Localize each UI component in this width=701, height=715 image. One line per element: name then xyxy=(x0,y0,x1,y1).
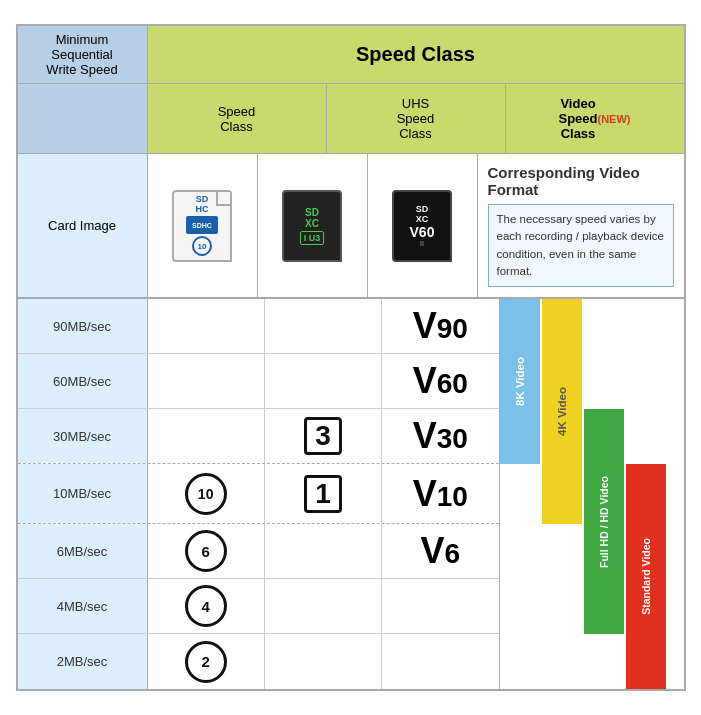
cell-video-2 xyxy=(382,634,498,689)
sd-card-white: SDHC SDHC 10 xyxy=(172,190,232,262)
v10-icon: V10 xyxy=(413,473,468,515)
data-cols-left: 90MB/sec V90 60MB/sec V60 30MB/sec xyxy=(18,299,499,689)
uhs-badge: I U3 xyxy=(300,231,325,245)
col-header-uhs: UHSSpeedClass xyxy=(327,84,506,154)
v90-icon: V90 xyxy=(413,305,468,347)
v60-icon: V60 xyxy=(413,360,468,402)
row-60mbps: 60MB/sec V60 xyxy=(18,354,499,409)
bar-8k: 8K Video xyxy=(500,299,540,464)
cell-uhs-6 xyxy=(265,524,382,578)
speed-label-90: 90MB/sec xyxy=(18,299,148,353)
speed-label-30: 30MB/sec xyxy=(18,409,148,463)
sdxc-v60-logo: SDXC xyxy=(416,204,429,224)
cell-uhs-60 xyxy=(265,354,382,408)
cell-speed-class-4: 4 xyxy=(148,579,265,633)
class-10-circle: 10 xyxy=(185,473,227,515)
bar-standard-label: Standard Video xyxy=(640,538,652,615)
cell-speed-class-6: 6 xyxy=(148,524,265,578)
uhs2-label: II xyxy=(420,240,424,247)
cell-speed-class-2: 2 xyxy=(148,634,265,689)
new-label: (NEW) xyxy=(598,113,631,125)
data-area: 90MB/sec V90 60MB/sec V60 30MB/sec xyxy=(18,298,684,689)
cell-uhs-30: 3 xyxy=(265,409,382,463)
corner-spacer xyxy=(18,84,148,154)
video-bars-area: 8K Video 4K Video Full HD / HD Video Sta… xyxy=(499,299,684,689)
bar-fullhd: Full HD / HD Video xyxy=(584,409,624,634)
sd-card-black: SDXC I U3 xyxy=(282,190,342,262)
cell-video-90: V90 xyxy=(382,299,498,353)
card-video-speed: SDXC V60 II xyxy=(368,154,478,297)
col-header-speed-class: SpeedClass xyxy=(148,84,327,154)
sdhc-logo: SDHC xyxy=(196,195,209,215)
row-6mbps: 6MB/sec 6 V6 xyxy=(18,524,499,579)
row-30mbps: 30MB/sec 3 V30 xyxy=(18,409,499,464)
video-format-cell: Corresponding Video Format The necessary… xyxy=(478,154,684,297)
video-format-title: Corresponding Video Format xyxy=(488,164,674,198)
cell-speed-class-30 xyxy=(148,409,265,463)
row-2mbps: 2MB/sec 2 xyxy=(18,634,499,689)
card-speed-class: SDHC SDHC 10 xyxy=(148,154,258,297)
speed-label-4: 4MB/sec xyxy=(18,579,148,633)
cell-video-10: V10 xyxy=(382,464,498,523)
v6-icon: V6 xyxy=(421,530,461,572)
class-6-circle: 6 xyxy=(185,530,227,572)
class-4-circle: 4 xyxy=(185,585,227,627)
card-uhs: SDXC I U3 xyxy=(258,154,368,297)
cell-uhs-4 xyxy=(265,579,382,633)
cell-uhs-90 xyxy=(265,299,382,353)
sd-blue-bar: SDHC xyxy=(186,216,218,234)
bar-standard: Standard Video xyxy=(626,464,666,689)
cell-video-30: V30 xyxy=(382,409,498,463)
card-image-label: Card Image xyxy=(18,154,148,297)
main-table: MinimumSequentialWrite Speed Speed Class… xyxy=(16,24,686,691)
cell-uhs-10: 1 xyxy=(265,464,382,523)
row-90mbps: 90MB/sec V90 xyxy=(18,299,499,354)
speed-label-10: 10MB/sec xyxy=(18,464,148,523)
class10-badge: 10 xyxy=(192,236,212,256)
uhs-1-icon: 1 xyxy=(304,475,342,513)
v30-icon: V30 xyxy=(413,415,468,457)
speed-label-2: 2MB/sec xyxy=(18,634,148,689)
sd-card-dark: SDXC V60 II xyxy=(392,190,452,262)
cell-speed-class-90 xyxy=(148,299,265,353)
cell-video-6: V6 xyxy=(382,524,498,578)
class-2-circle: 2 xyxy=(185,641,227,683)
cell-uhs-2 xyxy=(265,634,382,689)
video-format-desc: The necessary speed varies by each recor… xyxy=(488,204,674,287)
speed-label-6: 6MB/sec xyxy=(18,524,148,578)
col-header-video-speed: VideoSpeedClass(NEW) xyxy=(506,84,684,154)
bar-8k-label: 8K Video xyxy=(514,357,526,406)
speed-label-60: 60MB/sec xyxy=(18,354,148,408)
header-sub-row: SpeedClass UHSSpeedClass VideoSpeedClass… xyxy=(18,84,684,154)
cell-speed-class-10: 10 xyxy=(148,464,265,523)
bar-4k: 4K Video xyxy=(542,299,582,524)
corner-label: MinimumSequentialWrite Speed xyxy=(18,26,148,84)
cell-video-4 xyxy=(382,579,498,633)
bar-fullhd-label: Full HD / HD Video xyxy=(598,476,610,568)
sdxc-logo: SDXC xyxy=(305,207,319,229)
header-top-row: MinimumSequentialWrite Speed Speed Class xyxy=(18,26,684,84)
cell-speed-class-60 xyxy=(148,354,265,408)
speed-class-header: Speed Class xyxy=(148,26,684,84)
bar-4k-label: 4K Video xyxy=(556,387,568,436)
row-4mbps: 4MB/sec 4 xyxy=(18,579,499,634)
cell-video-60: V60 xyxy=(382,354,498,408)
uhs-3-icon: 3 xyxy=(304,417,342,455)
v60-badge: V60 xyxy=(410,224,435,240)
row-10mbps: 10MB/sec 10 1 V10 xyxy=(18,464,499,524)
card-image-row: Card Image SDHC SDHC 10 SDXC I U3 SDXC V… xyxy=(18,154,684,298)
